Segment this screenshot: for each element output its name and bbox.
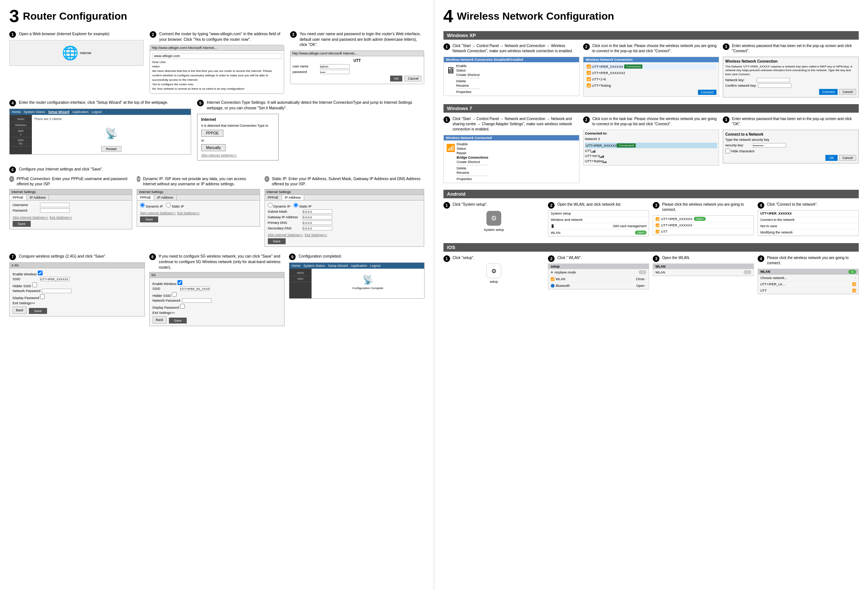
comp-nav-status[interactable]: System Status xyxy=(303,264,325,268)
w7-ok-btn[interactable]: OK xyxy=(825,155,838,161)
hidden-ssid-check[interactable] xyxy=(32,282,37,287)
xp-net-3[interactable]: 📶 UTT+Testing xyxy=(586,83,716,88)
nav-app[interactable]: Application xyxy=(72,110,89,114)
w7-net-1[interactable]: UTT xyxy=(585,148,717,154)
5g-display-check[interactable] xyxy=(180,304,185,309)
ssid-input[interactable] xyxy=(40,277,69,281)
xp-menu-create[interactable]: Create Shortcut xyxy=(456,72,480,77)
xp-net-2[interactable]: 📶 UTT+1+6 xyxy=(586,76,716,82)
c-dynamic-radio[interactable] xyxy=(268,203,273,207)
tab-ip-a[interactable]: IP Address xyxy=(27,195,49,200)
nav-setup[interactable]: Setup Wizard xyxy=(48,110,69,114)
sidebar-wifi5[interactable]: WiFi5G xyxy=(11,138,30,147)
w7-cancel-btn[interactable]: Cancel xyxy=(839,155,856,161)
comp-sidebar-wifi[interactable]: WiFi xyxy=(291,276,310,282)
comp-nav-logout[interactable]: Logout xyxy=(370,264,381,268)
ios-net-1[interactable]: UTT 📶 xyxy=(758,288,858,294)
manually-button[interactable]: Manually xyxy=(201,144,226,151)
xp-cancel-btn[interactable]: Cancel xyxy=(839,89,856,95)
login-ok-button[interactable]: OK xyxy=(390,75,402,81)
back-btn-7[interactable]: Back xyxy=(13,306,27,314)
save-btn-7[interactable]: Save xyxy=(29,308,47,314)
net-pass-input[interactable] xyxy=(42,289,71,293)
xp-net-key-input[interactable] xyxy=(756,78,790,82)
reset-button[interactable]: Restart xyxy=(101,146,121,152)
w7-net-3[interactable]: UTT+Testing xyxy=(585,159,717,164)
login-username-input[interactable] xyxy=(320,64,350,68)
5g-hidden-check[interactable] xyxy=(172,292,177,297)
comp-sidebar-wan[interactable]: WAN xyxy=(291,270,310,276)
ios-wlan-toggle-row[interactable]: WLAN ○ xyxy=(653,269,754,276)
save-btn-c[interactable]: Save xyxy=(268,238,286,244)
static-ip-label[interactable]: Static IP xyxy=(166,203,184,208)
subnet-input[interactable] xyxy=(303,209,332,214)
w7-menu-delete[interactable]: Delete xyxy=(457,166,489,170)
xp-menu-status[interactable]: Status xyxy=(456,68,480,72)
w7-menu-repair[interactable]: Repair xyxy=(457,151,489,155)
and-net-0[interactable]: 📶 UTT+IPER_XXXXXX Open xyxy=(653,216,754,222)
and-wireless[interactable]: Wireless and network xyxy=(548,217,649,223)
sidebar-wifi1[interactable]: WiFi1 xyxy=(11,128,30,138)
sidebar-wan[interactable]: WAN xyxy=(11,116,30,122)
w7-menu-disable[interactable]: Disable xyxy=(457,142,489,146)
c-static-label[interactable]: Static IP xyxy=(294,203,311,208)
5g-ssid-input[interactable] xyxy=(180,287,210,291)
ios-wl-toggle-on[interactable]: ● xyxy=(848,270,856,274)
ios-choose-network[interactable]: Choose network... › xyxy=(758,275,858,281)
exit-a[interactable]: Exit Settings>> xyxy=(50,216,72,219)
xp-menu-rename[interactable]: Rename xyxy=(456,83,480,88)
w7-menu-bridge[interactable]: Bridge Connections xyxy=(457,155,489,160)
w7-menu-status[interactable]: Status xyxy=(457,146,489,151)
and-net-2[interactable]: 📶 UTT xyxy=(653,229,754,235)
display-pass-check[interactable] xyxy=(40,294,45,299)
ios-bluetooth-row[interactable]: 🔵 Bluetooth Open › xyxy=(548,282,649,289)
sidebar-wireless[interactable]: Wireless xyxy=(11,122,30,128)
w7-hide-chars-check[interactable] xyxy=(725,149,730,154)
gateway-input[interactable] xyxy=(303,215,332,219)
username-input[interactable] xyxy=(40,203,69,207)
w7-menu-properties[interactable]: Properties xyxy=(457,177,489,181)
primary-input[interactable] xyxy=(303,220,332,225)
exit-c[interactable]: Exit Settings>> xyxy=(305,233,328,237)
xp-connect-btn[interactable]: Connect xyxy=(698,90,716,95)
and-sim[interactable]: 📱 SIM card management xyxy=(548,223,649,229)
back-btn-8[interactable]: Back xyxy=(153,316,167,324)
xp-net-0[interactable]: 📶 UTT+IPER_XXXXXX Connected xyxy=(586,64,716,69)
5g-enable-check[interactable] xyxy=(177,280,182,285)
xp-confirm-key-input[interactable] xyxy=(758,83,791,88)
comp-nav-app[interactable]: Application xyxy=(351,264,367,268)
secondary-input[interactable] xyxy=(303,226,332,231)
comp-nav-setup[interactable]: Setup Wizard xyxy=(328,264,348,268)
dynamic-ip-radio[interactable] xyxy=(140,203,145,207)
w7-menu-create[interactable]: Create Shortcut xyxy=(457,160,489,164)
w7-net-2[interactable]: UTT+M+6 xyxy=(585,154,717,159)
nav-home[interactable]: Home xyxy=(12,110,21,114)
5g-pass-input[interactable] xyxy=(182,298,211,303)
login-cancel-button[interactable]: Cancel xyxy=(404,75,422,81)
ios-wlan-toggle-off[interactable]: ○ xyxy=(744,270,751,274)
enable-wireless-check[interactable] xyxy=(38,271,43,275)
xp-menu-properties[interactable]: Properties xyxy=(456,90,480,94)
xp-connect-btn2[interactable]: Connect xyxy=(819,89,838,95)
tab-ip-b[interactable]: IP Address xyxy=(154,195,176,200)
login-password-input[interactable] xyxy=(320,69,350,74)
w7-sec-key-input[interactable] xyxy=(753,143,786,148)
nav-status[interactable]: System Status xyxy=(24,110,45,114)
and-opt-2[interactable]: Not to save xyxy=(758,223,858,229)
password-input[interactable] xyxy=(40,208,69,213)
ios-airplane-toggle[interactable]: ○ xyxy=(639,270,647,274)
exit-b[interactable]: Exit Settings>> xyxy=(177,211,200,215)
ios-net-0[interactable]: UTT+IPER_LK... 📶 xyxy=(758,281,858,288)
tab-ip-c[interactable]: IP Address xyxy=(282,195,304,200)
ios-airplane[interactable]: ✈ Airplane mode ○ xyxy=(548,269,649,276)
w7-menu-rename[interactable]: Rename xyxy=(457,170,489,175)
and-sys-setup[interactable]: System setup xyxy=(548,210,649,217)
static-ip-radio[interactable] xyxy=(166,203,171,207)
and-wlan-row[interactable]: WLAN Open xyxy=(548,229,649,236)
comp-nav-home[interactable]: Home xyxy=(292,264,300,268)
skip-internet-link[interactable]: Skip Internet Settings>> xyxy=(201,154,275,157)
and-net-1[interactable]: 📶 UTT+IPER_XXXXXX xyxy=(653,222,754,229)
dynamic-ip-label[interactable]: Dynamic IP xyxy=(140,203,163,208)
skip-b[interactable]: Skip Internet Settings>> xyxy=(140,211,176,215)
xp-menu-enable[interactable]: Enable xyxy=(456,64,480,68)
